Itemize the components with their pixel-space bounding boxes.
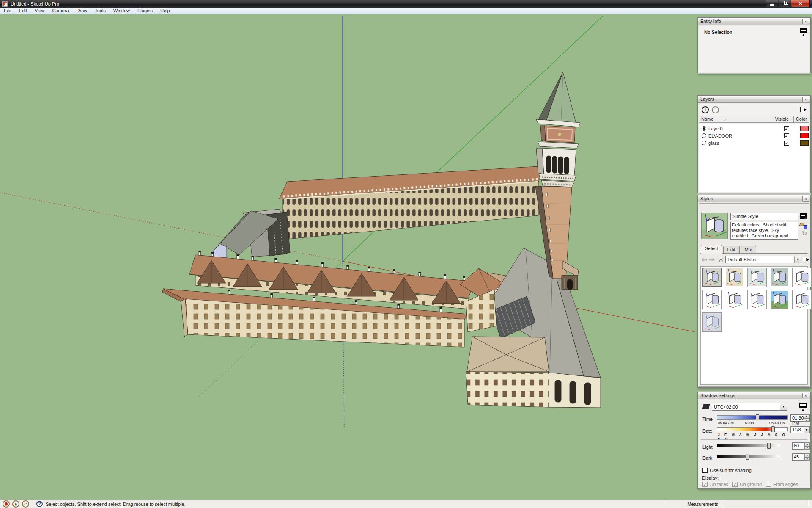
toggle-shadows-icon[interactable] xyxy=(702,404,710,409)
style-thumbnail[interactable] xyxy=(792,268,812,287)
close-icon[interactable]: x xyxy=(802,393,809,398)
style-thumbnail[interactable] xyxy=(770,290,789,309)
spin-up-icon[interactable]: ▲ xyxy=(804,414,809,418)
styles-menu-button[interactable]: ▶ xyxy=(802,256,809,263)
layers-title[interactable]: Layers x xyxy=(698,96,810,103)
menu-view[interactable]: View xyxy=(31,8,49,14)
menu-window[interactable]: Window xyxy=(110,8,134,14)
menu-camera[interactable]: Camera xyxy=(48,8,72,14)
from-edges-checkbox[interactable] xyxy=(766,482,771,487)
time-spinner[interactable]: ▲ ▼ xyxy=(804,414,809,422)
forward-arrow-icon[interactable]: ⇨ xyxy=(710,256,715,263)
close-icon[interactable]: x xyxy=(802,97,809,102)
home-icon[interactable]: ⌂ xyxy=(719,256,723,263)
claim-credit-icon[interactable]: C xyxy=(22,500,29,508)
menu-tools[interactable]: Tools xyxy=(91,8,110,14)
back-arrow-icon[interactable]: ⇦ xyxy=(702,256,707,263)
style-thumbnail[interactable] xyxy=(702,290,722,309)
menu-edit[interactable]: Edit xyxy=(15,8,31,14)
on-faces-checkbox[interactable]: ✓ xyxy=(702,482,708,487)
style-thumbnail[interactable] xyxy=(747,290,767,309)
style-thumbnail[interactable] xyxy=(725,268,744,287)
tab-mix[interactable]: Mix xyxy=(741,246,756,254)
style-description[interactable]: Default colors. Shaded with textures fac… xyxy=(730,222,798,240)
layer-radio[interactable] xyxy=(702,141,706,145)
time-slider[interactable] xyxy=(717,415,788,420)
spin-up-icon[interactable]: ▲ xyxy=(804,442,810,446)
time-slider-handle[interactable] xyxy=(756,414,759,420)
use-sun-checkbox[interactable] xyxy=(702,468,708,473)
dropdown-arrow-icon[interactable]: ▼ xyxy=(794,256,801,263)
close-button[interactable]: ✕ xyxy=(791,0,810,7)
layer-color-swatch[interactable] xyxy=(800,126,809,131)
spin-down-icon[interactable]: ▼ xyxy=(804,446,810,450)
dark-slider-handle[interactable] xyxy=(746,454,749,460)
menu-file[interactable]: File xyxy=(0,8,15,14)
style-name-input[interactable]: Simple Style xyxy=(730,213,798,220)
create-style-icon[interactable] xyxy=(800,213,807,219)
add-layer-button[interactable]: + xyxy=(702,106,709,113)
light-slider[interactable] xyxy=(717,444,780,447)
styles-title[interactable]: Styles x xyxy=(698,195,810,202)
style-thumbnail[interactable] xyxy=(725,290,744,309)
remove-layer-button[interactable]: − xyxy=(712,106,719,113)
title-bar[interactable]: Untitled - SketchUp Pro ✕ xyxy=(0,0,812,8)
layer-row[interactable]: Layer0 ✓ xyxy=(699,125,809,132)
dropdown-arrow-icon[interactable]: ▼ xyxy=(780,403,787,410)
close-icon[interactable]: x xyxy=(802,196,809,202)
viewport-canvas[interactable] xyxy=(0,14,812,500)
shadow-settings-title[interactable]: Shadow Settings x xyxy=(698,392,810,399)
update-style-icon[interactable] xyxy=(800,221,807,229)
refresh-icon[interactable]: ↻ xyxy=(802,230,807,236)
date-dropdown-arrow-icon[interactable]: ▼ xyxy=(804,426,809,433)
tab-select[interactable]: Select xyxy=(701,245,722,254)
visible-checkbox[interactable]: ✓ xyxy=(784,133,789,138)
layer-color-swatch[interactable] xyxy=(800,140,809,146)
on-ground-checkbox[interactable]: ✓ xyxy=(732,482,738,487)
date-slider[interactable] xyxy=(717,427,788,431)
help-icon[interactable]: ? xyxy=(36,501,43,507)
layer-row[interactable]: ELV-DOOR ✓ xyxy=(699,132,809,139)
column-color[interactable]: Color xyxy=(794,116,809,122)
spin-down-icon[interactable]: ▼ xyxy=(804,418,809,422)
details-toggle-button[interactable]: ▲ xyxy=(800,28,807,36)
light-slider-handle[interactable] xyxy=(767,443,771,449)
credits-person-icon[interactable]: ♟ xyxy=(12,500,19,508)
close-icon[interactable]: x xyxy=(802,19,809,24)
layer-row[interactable]: glass ✓ xyxy=(699,139,809,146)
visible-checkbox[interactable]: ✓ xyxy=(784,141,789,146)
active-layer-radio[interactable] xyxy=(702,126,706,131)
light-spinner[interactable]: ▲ ▼ xyxy=(804,442,810,450)
spin-up-icon[interactable]: ▲ xyxy=(804,453,810,457)
tab-edit[interactable]: Edit xyxy=(723,246,740,254)
layer-radio[interactable] xyxy=(702,133,706,138)
style-collection-dropdown[interactable]: Default Styles ▼ xyxy=(725,256,801,263)
layers-menu-button[interactable]: ▶ xyxy=(800,106,807,113)
style-thumbnail[interactable] xyxy=(792,290,812,309)
column-name[interactable]: Name ▽ xyxy=(699,116,773,122)
style-thumbnail[interactable] xyxy=(702,312,722,332)
details-toggle-button[interactable]: ▲ xyxy=(799,403,807,411)
visible-checkbox[interactable]: ✓ xyxy=(784,126,789,131)
entity-info-title[interactable]: Entity Info x xyxy=(698,18,810,25)
menu-draw[interactable]: Draw xyxy=(73,8,91,14)
restore-button[interactable] xyxy=(779,0,790,7)
menu-plugins[interactable]: Plugins xyxy=(134,8,156,14)
column-visible[interactable]: Visible xyxy=(773,116,794,122)
dark-spinner[interactable]: ▲ ▼ xyxy=(804,453,810,461)
dark-slider[interactable] xyxy=(717,455,780,458)
menu-help[interactable]: Help xyxy=(156,8,174,14)
style-thumbnail[interactable] xyxy=(747,268,767,287)
minimize-button[interactable] xyxy=(766,0,778,7)
geolocation-icon[interactable] xyxy=(3,500,10,508)
style-thumbnail[interactable] xyxy=(702,268,722,287)
dark-value-input[interactable]: 45 xyxy=(792,453,804,461)
light-value-input[interactable]: 80 xyxy=(792,442,804,450)
date-slider-handle[interactable] xyxy=(771,426,775,432)
model-viewport[interactable] xyxy=(0,14,812,500)
spin-down-icon[interactable]: ▼ xyxy=(804,457,810,461)
measurements-input[interactable] xyxy=(722,501,809,507)
timezone-dropdown[interactable]: UTC+02:00 ▼ xyxy=(712,403,787,411)
layer-color-swatch[interactable] xyxy=(800,133,809,138)
style-thumbnail[interactable] xyxy=(770,268,789,287)
